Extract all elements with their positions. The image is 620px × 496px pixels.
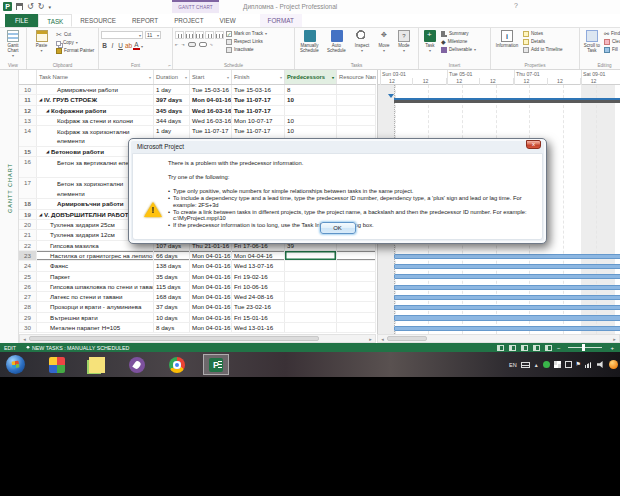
header-task-name[interactable]: Task Name▾ (37, 70, 154, 84)
task-name-cell[interactable]: Паркет (37, 272, 154, 281)
view-bar-label[interactable]: GANTT CHART (7, 156, 13, 221)
predecessors-cell[interactable] (285, 261, 337, 270)
row-number-cell[interactable]: 26 (19, 282, 37, 291)
details-button[interactable]: Details (523, 39, 563, 45)
redo-icon[interactable]: ↻ (38, 3, 45, 11)
resource-cell[interactable] (337, 302, 376, 311)
resource-cell[interactable] (337, 313, 376, 322)
task-name-cell[interactable]: Кофраж за стени и колони (37, 116, 154, 125)
undo-icon[interactable]: ↺ (27, 3, 34, 11)
percent-25-button[interactable] (185, 31, 194, 39)
header-start[interactable]: Start▾ (190, 70, 232, 84)
resource-cell[interactable] (337, 292, 376, 301)
start-cell[interactable]: Tue 15-03-16 (190, 85, 232, 94)
scroll-left-icon[interactable]: ◂ (20, 336, 29, 342)
format-painter-button[interactable]: Format Painter (56, 48, 94, 54)
mode-button[interactable]: ? Mode ▾ (395, 30, 413, 60)
zoom-out-icon[interactable]: − (557, 345, 561, 351)
italic-button[interactable]: I (109, 42, 116, 50)
finish-cell[interactable]: Fri 15-01-16 (232, 313, 285, 322)
antivirus-icon[interactable] (543, 361, 550, 368)
find-button[interactable]: ⚯Find▾ (604, 31, 620, 37)
start-cell[interactable]: Mon 04-01-16 (190, 251, 232, 260)
gantt-summary-bar[interactable] (394, 98, 620, 103)
tab-view[interactable]: VIEW (212, 14, 244, 27)
zoom-slider[interactable] (568, 347, 602, 348)
tab-file[interactable]: FILE (5, 14, 38, 27)
finish-cell[interactable]: Fri 10-06-16 (232, 282, 285, 291)
row-number-cell[interactable]: 27 (19, 292, 37, 301)
start-cell[interactable]: Wed 16-03-16 (190, 106, 232, 115)
start-button[interactable] (6, 355, 25, 374)
row-number-cell[interactable]: 30 (19, 323, 37, 332)
row-number-cell[interactable]: 22 (19, 241, 37, 250)
start-cell[interactable]: Mon 04-01-16 (190, 261, 232, 270)
row-number-cell[interactable]: 17 (19, 178, 37, 198)
action-center-flag-icon[interactable]: ⚑ (576, 361, 581, 368)
table-row[interactable]: 23Настилка от гранитогрес на лепило66 da… (19, 251, 376, 261)
duration-cell[interactable]: 115 days (154, 282, 190, 291)
predecessors-cell[interactable] (285, 106, 337, 115)
collapse-icon[interactable]: ◢ (46, 108, 49, 113)
predecessors-cell[interactable]: 8 (285, 85, 337, 94)
mark-on-track-button[interactable]: Mark on Track▾ (226, 31, 267, 37)
predecessors-cell[interactable] (285, 323, 337, 332)
predecessors-cell[interactable] (285, 313, 337, 322)
table-row[interactable]: 11◢IV. ГРУБ СТРОЕЖ397 daysMon 04-01-16Tu… (19, 95, 376, 105)
inspect-button[interactable]: Inspect ▾ (351, 30, 373, 60)
move-button[interactable]: ✥ Move ▾ (375, 30, 393, 60)
filter-icon[interactable]: ▾ (185, 75, 187, 80)
link-tasks-icon[interactable] (188, 42, 196, 47)
resource-cell[interactable] (337, 95, 376, 104)
qat-customize-icon[interactable]: ▾ (48, 3, 51, 11)
tab-project[interactable]: PROJECT (166, 14, 211, 27)
resource-cell[interactable] (337, 323, 376, 332)
indent-icon[interactable]: ⇥ (181, 42, 184, 47)
resource-cell[interactable] (337, 116, 376, 125)
auto-schedule-button[interactable]: Auto Schedule (324, 30, 349, 60)
resource-cell[interactable] (337, 106, 376, 115)
header-predecessors[interactable]: Predecessors▾ (285, 70, 337, 84)
start-cell[interactable]: Mon 04-01-16 (190, 95, 232, 104)
table-row[interactable]: 24Фаянс138 daysMon 04-01-16Wed 13-07-16 (19, 261, 376, 271)
finish-cell[interactable]: Wed 13-07-16 (232, 261, 285, 270)
task-name-cell[interactable]: ◢IV. ГРУБ СТРОЕЖ (37, 95, 154, 104)
volume-icon[interactable] (597, 361, 605, 369)
start-cell[interactable]: Mon 04-01-16 (190, 272, 232, 281)
duration-cell[interactable]: 397 days (154, 95, 190, 104)
finish-cell[interactable]: Tue 11-07-17 (232, 106, 285, 115)
header-finish[interactable]: Finish▾ (232, 70, 285, 84)
start-cell[interactable]: Wed 16-03-16 (190, 116, 232, 125)
row-number-cell[interactable]: 19 (19, 210, 37, 219)
table-row[interactable]: 30Метален парапет H=1058 daysMon 04-01-1… (19, 323, 376, 333)
taskbar-chrome-icon[interactable] (169, 357, 185, 373)
predecessors-cell[interactable] (285, 292, 337, 301)
finish-cell[interactable]: Tue 11-07-17 (232, 95, 285, 104)
duration-cell[interactable]: 35 days (154, 272, 190, 281)
keyboard-icon[interactable] (521, 362, 530, 368)
taskbar-project-active[interactable]: P (203, 354, 229, 375)
information-button[interactable]: i Information (493, 30, 521, 60)
manually-schedule-button[interactable]: Manually Schedule (297, 30, 322, 60)
start-cell[interactable]: Mon 04-01-16 (190, 323, 232, 332)
duration-cell[interactable]: 1 day (154, 85, 190, 94)
filter-icon[interactable]: ▾ (227, 75, 229, 80)
taskbar-grid-app-icon[interactable] (49, 357, 65, 373)
percent-75-button[interactable] (205, 31, 214, 39)
table-row[interactable]: 29Вътрешни врати10 daysMon 04-01-16Fri 1… (19, 313, 376, 323)
underline-button[interactable]: U (117, 42, 124, 50)
gantt-task-bar[interactable] (394, 315, 620, 320)
row-number-cell[interactable]: 21 (19, 230, 37, 239)
resource-cell[interactable] (337, 251, 376, 260)
predecessors-cell[interactable] (285, 251, 337, 260)
font-color-button[interactable]: A (133, 42, 140, 50)
row-number-cell[interactable]: 12 (19, 106, 37, 115)
scrollbar-thumb[interactable] (29, 336, 319, 341)
scroll-to-task-button[interactable]: Scroll to Task (582, 30, 602, 60)
start-cell[interactable]: Mon 04-01-16 (190, 302, 232, 311)
task-name-cell[interactable]: Вътрешни врати (37, 313, 154, 322)
font-size-combobox[interactable]: 11▾ (145, 31, 161, 39)
insert-task-button[interactable]: Task ▾ (421, 30, 439, 60)
table-row[interactable]: 12◢Кофражни работи345 daysWed 16-03-16Tu… (19, 106, 376, 116)
collapse-icon[interactable]: ◢ (39, 97, 42, 102)
